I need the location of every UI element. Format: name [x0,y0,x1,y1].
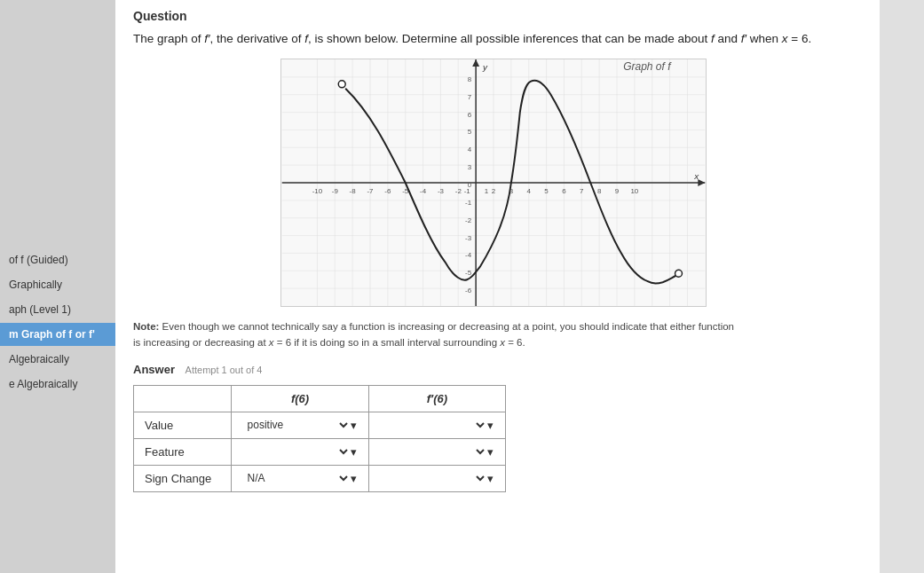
svg-text:-8: -8 [349,187,356,195]
sidebar-item-graphically[interactable]: Graphically [0,273,115,296]
svg-text:6: 6 [562,187,566,195]
value-f6-select[interactable]: positive negative zero [244,418,351,432]
svg-text:2: 2 [491,187,495,195]
svg-text:5: 5 [544,187,549,195]
graph-title: Graph of f [623,60,670,73]
chevron-down-icon-3: ▾ [351,445,357,459]
svg-text:-7: -7 [367,187,374,195]
svg-text:10: 10 [630,187,638,195]
answer-table: f(6) f′(6) Value positive negative zero … [133,385,506,492]
question-text: The graph of f′, the derivative of f, is… [133,30,853,48]
svg-text:0: 0 [467,181,471,189]
right-panel [880,0,924,573]
table-row-value: Value positive negative zero ▾ [134,412,506,438]
svg-text:-6: -6 [465,286,472,294]
svg-text:4: 4 [467,146,471,154]
svg-text:7: 7 [467,93,471,101]
table-row-sign-change: Sign Change N/A positive to negative neg… [134,465,506,491]
svg-text:-3: -3 [437,187,444,195]
svg-point-76 [675,271,682,278]
main-content: Question The graph of f′, the derivative… [115,0,880,573]
answer-attempt: Attempt 1 out of 4 [186,365,263,375]
svg-text:5: 5 [467,129,471,137]
sidebar: of f (Guided) Graphically aph (Level 1) … [0,0,115,573]
chevron-down-icon-4: ▾ [487,445,494,459]
chevron-down-icon: ▾ [351,419,357,432]
sign-change-f6-cell[interactable]: N/A positive to negative negative to pos… [232,465,368,491]
table-header-f6: f(6) [232,385,368,412]
value-fprime6-select[interactable]: positive negative zero [381,418,487,432]
svg-text:x: x [693,171,699,181]
sidebar-item-level1[interactable]: aph (Level 1) [0,298,115,321]
feature-fprime6-select[interactable]: increasing decreasing neither [381,444,487,459]
svg-text:-3: -3 [465,234,472,242]
sidebar-item-algebraically2[interactable]: e Algebraically [0,373,115,396]
graph-svg: -10 -9 -8 -7 -6 -5 -4 -3 -2 -1 1 2 3 4 5… [280,59,707,307]
row-label-feature: Feature [134,438,232,465]
feature-f6-select[interactable]: increasing decreasing neither [244,444,351,459]
value-f6-cell[interactable]: positive negative zero ▾ [232,412,368,438]
svg-text:-10: -10 [312,187,322,195]
sidebar-item-graph-for[interactable]: m Graph of f or f' [0,323,115,346]
svg-text:8: 8 [467,75,471,83]
sidebar-item-guided[interactable]: of f (Guided) [0,248,115,271]
svg-text:4: 4 [526,187,531,195]
question-label: Question [133,9,853,23]
table-header-fprime6: f′(6) [368,385,505,412]
svg-text:3: 3 [467,163,471,171]
chevron-down-icon-6: ▾ [487,472,494,485]
note-text: Note: Even though we cannot technically … [133,319,737,350]
table-header-empty [134,385,232,412]
svg-text:-5: -5 [465,270,472,278]
answer-section-label: Answer Attempt 1 out of 4 [133,363,853,376]
graph-container: Graph of f [133,59,853,307]
sign-change-fprime6-cell[interactable]: N/A positive to negative negative to pos… [368,465,505,491]
svg-point-75 [338,81,345,88]
svg-text:-4: -4 [420,187,427,195]
svg-text:1: 1 [484,187,488,195]
svg-text:8: 8 [596,187,601,195]
svg-text:-9: -9 [331,187,338,195]
feature-f6-cell[interactable]: increasing decreasing neither ▾ [232,438,368,465]
graph-wrapper: Graph of f [280,59,707,307]
chevron-down-icon-2: ▾ [487,419,494,432]
sign-change-fprime6-select[interactable]: N/A positive to negative negative to pos… [381,471,487,485]
sidebar-item-algebraically1[interactable]: Algebraically [0,348,115,371]
svg-text:9: 9 [614,187,619,195]
svg-text:-4: -4 [465,252,472,260]
value-fprime6-cell[interactable]: positive negative zero ▾ [368,412,505,438]
svg-text:6: 6 [467,111,471,119]
table-row-feature: Feature increasing decreasing neither ▾ [134,438,506,465]
sign-change-f6-select[interactable]: N/A positive to negative negative to pos… [244,471,351,485]
svg-text:-1: -1 [465,199,472,207]
svg-text:-6: -6 [384,187,391,195]
feature-fprime6-cell[interactable]: increasing decreasing neither ▾ [368,438,505,465]
svg-text:-2: -2 [454,187,462,195]
row-label-value: Value [134,412,232,438]
chevron-down-icon-5: ▾ [351,472,357,485]
svg-text:y: y [482,62,488,72]
svg-text:-2: -2 [465,216,472,224]
svg-text:7: 7 [580,187,584,195]
row-label-sign-change: Sign Change [134,465,232,491]
